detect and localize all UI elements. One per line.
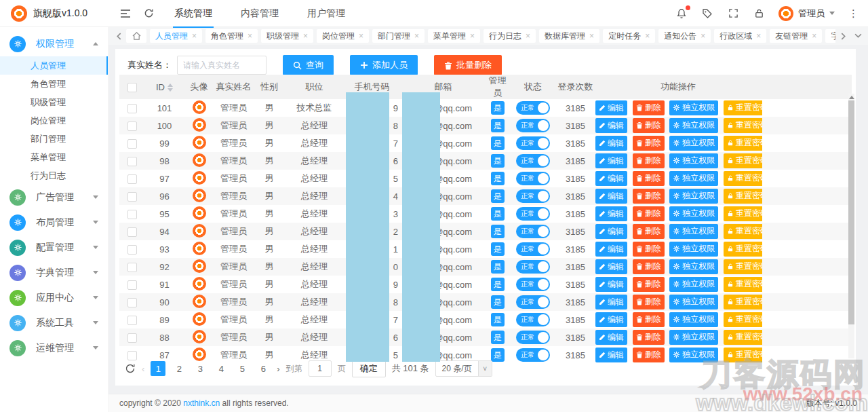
tab-close-icon[interactable]: × [303, 32, 308, 40]
delete-button[interactable]: 删除 [633, 136, 665, 151]
tab[interactable]: 角色管理 × [205, 29, 258, 43]
page-number[interactable]: 4 [214, 361, 229, 376]
row-checkbox[interactable] [127, 157, 137, 166]
delete-button[interactable]: 删除 [633, 153, 665, 168]
scrollbar-up-icon[interactable] [849, 96, 854, 99]
tabs-menu-icon[interactable] [850, 29, 865, 43]
reset-password-button[interactable]: 重置密码 [724, 295, 762, 310]
admin-badge[interactable]: 是 [491, 348, 505, 362]
table-scrollbar[interactable] [848, 94, 854, 358]
reset-password-button[interactable]: 重置密码 [724, 189, 762, 204]
page-number[interactable]: 5 [235, 361, 250, 376]
user-menu[interactable]: 管理员 [778, 6, 835, 21]
status-toggle[interactable]: 正常 [516, 225, 550, 238]
independent-permission-button[interactable]: 独立权限 [669, 153, 718, 168]
row-checkbox[interactable] [127, 351, 137, 360]
independent-permission-button[interactable]: 独立权限 [669, 242, 718, 257]
row-checkbox[interactable] [127, 192, 137, 202]
independent-permission-button[interactable]: 独立权限 [669, 330, 718, 345]
tab[interactable]: 人员管理 × [150, 29, 202, 43]
sidebar-sub-item[interactable]: 岗位管理 [0, 111, 108, 130]
admin-badge[interactable]: 是 [491, 207, 505, 221]
reset-password-button[interactable]: 重置密码 [724, 348, 762, 362]
edit-button[interactable]: 编辑 [595, 189, 627, 204]
tab-close-icon[interactable]: × [645, 32, 650, 40]
sidebar-sub-item[interactable]: 菜单管理 [0, 148, 108, 166]
row-checkbox[interactable] [127, 210, 137, 219]
row-checkbox[interactable] [127, 227, 137, 237]
page-number[interactable]: 1 [151, 361, 165, 376]
admin-badge[interactable]: 是 [491, 189, 505, 203]
edit-button[interactable]: 编辑 [595, 277, 627, 292]
reset-password-button[interactable]: 重置密码 [724, 153, 762, 168]
delete-button[interactable]: 删除 [633, 312, 665, 327]
status-toggle[interactable]: 正常 [516, 207, 550, 221]
delete-button[interactable]: 删除 [633, 277, 665, 292]
row-checkbox[interactable] [127, 245, 137, 255]
reset-password-button[interactable]: 重置密码 [724, 312, 762, 327]
row-checkbox[interactable] [127, 280, 137, 290]
sidebar-group[interactable]: 配置管理 [0, 235, 108, 260]
status-toggle[interactable]: 正常 [516, 242, 550, 256]
tab-close-icon[interactable]: × [414, 32, 419, 40]
sidebar-group[interactable]: 字典管理 [0, 260, 108, 285]
delete-button[interactable]: 删除 [633, 118, 665, 133]
status-toggle[interactable]: 正常 [516, 260, 550, 274]
reset-password-button[interactable]: 重置密码 [724, 277, 762, 292]
sidebar-sub-item[interactable]: 行为日志 [0, 166, 108, 185]
fullscreen-icon[interactable] [727, 7, 739, 20]
independent-permission-button[interactable]: 独立权限 [669, 118, 718, 133]
admin-badge[interactable]: 是 [491, 260, 505, 274]
admin-badge[interactable]: 是 [491, 154, 505, 168]
tab-close-icon[interactable]: × [526, 32, 530, 40]
tab[interactable]: 行为日志 × [484, 29, 536, 43]
delete-button[interactable]: 删除 [633, 330, 665, 345]
edit-button[interactable]: 编辑 [595, 348, 627, 362]
tab[interactable]: 菜单管理 × [428, 29, 480, 43]
admin-badge[interactable]: 是 [491, 101, 505, 115]
page-number[interactable]: 2 [172, 361, 186, 376]
edit-button[interactable]: 编辑 [595, 100, 627, 115]
reset-password-button[interactable]: 重置密码 [724, 100, 762, 115]
status-toggle[interactable]: 正常 [516, 101, 550, 115]
page-number[interactable]: 6 [256, 361, 271, 376]
row-checkbox[interactable] [127, 121, 137, 131]
more-menu-icon[interactable]: ⋮ [848, 8, 859, 18]
independent-permission-button[interactable]: 独立权限 [669, 295, 718, 310]
delete-button[interactable]: 删除 [633, 171, 665, 186]
page-size-select[interactable]: 20 条/页 ˅ [435, 360, 492, 377]
nav-menu-item[interactable]: 用户管理 [296, 0, 356, 27]
reset-password-button[interactable]: 重置密码 [724, 330, 762, 345]
prev-page-icon[interactable]: ‹ [142, 364, 144, 374]
tab[interactable]: 定时任务 × [603, 29, 655, 43]
tab-close-icon[interactable]: × [192, 32, 197, 40]
sidebar-group[interactable]: 运维管理 [0, 335, 108, 360]
sidebar-sub-item[interactable]: 部门管理 [0, 130, 108, 148]
independent-permission-button[interactable]: 独立权限 [669, 277, 718, 292]
tab-close-icon[interactable]: × [812, 32, 816, 40]
status-toggle[interactable]: 正常 [516, 278, 550, 291]
reset-password-button[interactable]: 重置密码 [724, 206, 762, 221]
confirm-button[interactable]: 确定 [352, 360, 386, 377]
status-toggle[interactable]: 正常 [516, 136, 550, 150]
edit-button[interactable]: 编辑 [595, 153, 627, 168]
tag-icon[interactable] [701, 7, 713, 20]
edit-button[interactable]: 编辑 [595, 242, 627, 257]
independent-permission-button[interactable]: 独立权限 [669, 206, 718, 221]
sidebar-group[interactable]: 广告管理 [0, 185, 108, 210]
admin-badge[interactable]: 是 [491, 331, 505, 344]
row-checkbox[interactable] [127, 174, 137, 184]
independent-permission-button[interactable]: 独立权限 [669, 189, 718, 204]
scrollbar-thumb[interactable] [848, 100, 854, 324]
tab-close-icon[interactable]: × [248, 32, 252, 40]
refresh-icon[interactable] [137, 0, 160, 26]
status-toggle[interactable]: 正常 [516, 154, 550, 168]
edit-button[interactable]: 编辑 [595, 224, 627, 239]
tab[interactable]: 岗位管理 × [317, 29, 369, 43]
delete-button[interactable]: 删除 [633, 295, 665, 310]
row-checkbox[interactable] [127, 139, 137, 149]
independent-permission-button[interactable]: 独立权限 [669, 348, 718, 362]
delete-button[interactable]: 删除 [633, 348, 665, 362]
delete-button[interactable]: 删除 [633, 100, 665, 115]
batch-delete-button[interactable]: 批量删除 [434, 55, 502, 75]
